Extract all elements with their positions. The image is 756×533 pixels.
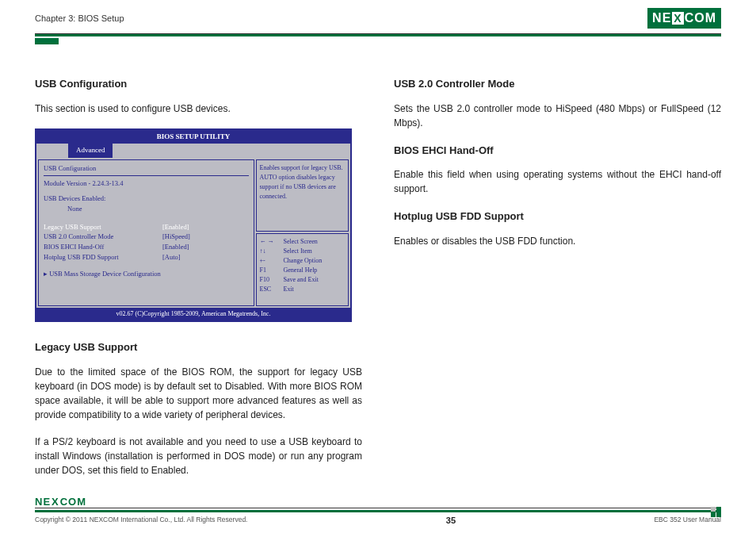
bios-option-row: Legacy USB Support[Enabled] — [44, 222, 249, 232]
bios-option-row: Hotplug USB FDD Support[Auto] — [44, 252, 249, 263]
bios-key-row: F1General Help — [260, 266, 346, 275]
bios-key-row: ESCExit — [260, 285, 346, 294]
page-header: Chapter 3: BIOS Setup NE X COM — [35, 8, 721, 32]
header-tab-block — [35, 38, 59, 44]
chapter-label: Chapter 3: BIOS Setup — [35, 13, 124, 23]
footer-rule — [35, 510, 721, 512]
page-number: 35 — [446, 516, 456, 525]
bios-option-label: Legacy USB Support — [44, 222, 162, 232]
bios-key-desc: Save and Exit — [284, 275, 319, 285]
footer-logo-x: X — [52, 496, 59, 508]
bios-option-value: [Enabled] — [162, 242, 189, 252]
bios-key-row: F10Save and Exit — [260, 275, 346, 285]
left-column: USB Configuration This section is used t… — [35, 76, 362, 490]
spacer — [44, 263, 249, 269]
footer-rule-thin — [35, 508, 721, 508]
heading-usb20-mode: USB 2.0 Controller Mode — [394, 76, 721, 92]
bios-devices-value: None — [44, 204, 249, 214]
right-column: USB 2.0 Controller Mode Sets the USB 2.0… — [394, 76, 721, 490]
bios-key-desc: Select Item — [284, 247, 312, 256]
para-legacy-2: If a PS/2 keyboard is not available and … — [35, 435, 362, 477]
bios-title: BIOS SETUP UTILITY — [36, 130, 350, 144]
heading-legacy-usb: Legacy USB Support — [35, 339, 362, 355]
bios-key-name: ↑↓ — [260, 247, 284, 256]
bios-option-value: [HiSpeed] — [162, 232, 190, 242]
bios-option-value: [Auto] — [162, 252, 181, 263]
bios-right-pane: Enables support for legacy USB. AUTO opt… — [256, 159, 349, 307]
logo-part-left: NE — [652, 11, 671, 25]
bios-key-row: ← →Select Screen — [260, 237, 346, 247]
bios-key-name: ← → — [260, 237, 284, 247]
bios-key-name: +- — [260, 256, 284, 266]
bios-key-name: ESC — [260, 285, 284, 294]
para-legacy-1: Due to the limited space of the BIOS ROM… — [35, 365, 362, 422]
page: Chapter 3: BIOS Setup NE X COM USB Confi… — [0, 0, 756, 533]
bios-section-title: USB Configuration — [44, 163, 249, 177]
bios-option-label: Hotplug USB FDD Support — [44, 252, 162, 263]
footer-logo-left: NE — [35, 496, 51, 508]
bios-option-rows: Legacy USB Support[Enabled]USB 2.0 Contr… — [44, 222, 249, 263]
bios-submenu: ▸ USB Mass Storage Device Configuration — [44, 269, 249, 279]
bios-footer: v02.67 (C)Copyright 1985-2009, American … — [36, 308, 350, 320]
bios-devices-label: USB Devices Enabled: — [44, 194, 249, 204]
bios-left-pane: USB Configuration Module Version - 2.24.… — [38, 159, 254, 307]
footer-squares-icon — [711, 507, 721, 517]
bios-key-desc: Change Option — [284, 256, 323, 266]
para-hotplug: Enables or disables the USB FDD function… — [394, 234, 721, 248]
footer-logo: NE X COM — [35, 496, 721, 508]
bios-key-row: +-Change Option — [260, 256, 346, 266]
para-usb20-mode: Sets the USB 2.0 controller mode to HiSp… — [394, 102, 721, 130]
brand-logo: NE X COM — [647, 8, 721, 29]
bios-key-name: F10 — [260, 275, 284, 285]
bios-key-desc: Exit — [284, 285, 294, 294]
para-usb-config: This section is used to configure USB de… — [35, 102, 362, 116]
heading-usb-config: USB Configuration — [35, 76, 362, 92]
heading-hotplug: Hotplug USB FDD Support — [394, 209, 721, 224]
bios-tab-bar: Advanced — [36, 144, 350, 158]
page-footer: NE X COM Copyright © 2011 NEXCOM Interna… — [35, 496, 721, 525]
bios-tab-spacer — [36, 144, 68, 158]
bios-option-label: BIOS EHCI Hand-Off — [44, 242, 162, 252]
spacer — [44, 214, 249, 222]
logo-part-right: COM — [685, 11, 716, 25]
bios-key-desc: General Help — [284, 266, 318, 275]
bios-key-name: F1 — [260, 266, 284, 275]
bios-tab-advanced: Advanced — [68, 144, 113, 158]
bios-help-text: Enables support for legacy USB. AUTO opt… — [256, 159, 349, 232]
bios-module-version: Module Version - 2.24.3-13.4 — [44, 178, 249, 189]
bios-option-row: BIOS EHCI Hand-Off[Enabled] — [44, 242, 249, 252]
header-rule — [35, 34, 721, 36]
bios-option-label: USB 2.0 Controller Mode — [44, 232, 162, 242]
para-ehci: Enable this field when using operating s… — [394, 167, 721, 196]
bios-key-desc: Select Screen — [284, 237, 318, 247]
bios-key-row: ↑↓Select Item — [260, 247, 346, 256]
footer-logo-right: COM — [60, 496, 86, 508]
footer-copyright: Copyright © 2011 NEXCOM International Co… — [35, 516, 247, 523]
spacer — [44, 278, 249, 302]
bios-screenshot: BIOS SETUP UTILITY Advanced USB Configur… — [35, 128, 352, 323]
bios-key-legend: ← →Select Screen↑↓Select Item+-Change Op… — [256, 233, 349, 306]
content-columns: USB Configuration This section is used t… — [35, 76, 721, 490]
logo-part-x: X — [672, 12, 683, 25]
bios-option-row: USB 2.0 Controller Mode[HiSpeed] — [44, 232, 249, 242]
heading-ehci: BIOS EHCI Hand-Off — [394, 143, 721, 159]
bios-body: USB Configuration Module Version - 2.24.… — [36, 158, 350, 309]
footer-row: Copyright © 2011 NEXCOM International Co… — [35, 516, 721, 525]
bios-option-value: [Enabled] — [162, 222, 189, 232]
